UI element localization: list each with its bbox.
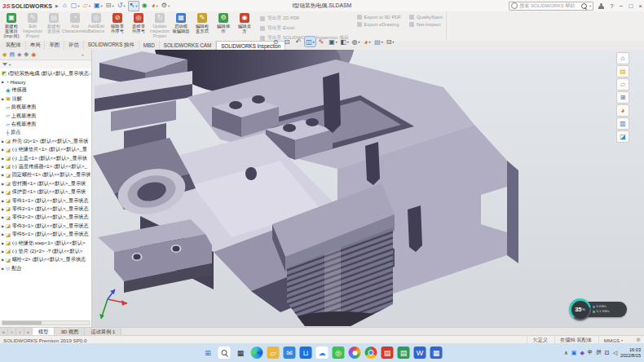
- model-flange-stack[interactable]: [95, 51, 192, 152]
- tree-item[interactable]: ▶ ◪ (-) 上盖<1> (默认<<默认>_显示状: [0, 154, 91, 162]
- task-pane-tab[interactable]: ▥: [616, 117, 629, 130]
- export-menu-item[interactable]: Export eDrawing: [357, 22, 401, 27]
- hud-tool-button[interactable]: ⊟ ▾: [385, 37, 395, 46]
- tree-item[interactable]: ▶ ◪ 保护套<1> (默认<<默认>_显示状: [0, 188, 91, 196]
- ribbon-tab[interactable]: MBD: [139, 41, 160, 50]
- taskbar-app-icon[interactable]: ▦: [235, 347, 247, 359]
- assembly-model-canvas[interactable]: [91, 50, 644, 327]
- task-pane-tab[interactable]: ▱: [616, 78, 629, 90]
- search-caret-icon[interactable]: ▾: [589, 4, 591, 8]
- taskbar-app-icon[interactable]: ☁: [316, 347, 329, 359]
- taskbar-app-icon[interactable]: [349, 347, 361, 359]
- ribbon-tab[interactable]: SOLIDWORKS CAM: [160, 41, 216, 50]
- ribbon-button[interactable]: ↻ Update Inspection Project: [149, 11, 170, 41]
- ribbon-tab[interactable]: 布局: [26, 41, 46, 50]
- restore-button[interactable]: □: [629, 2, 633, 10]
- quick-access-button[interactable]: ▢ ▾: [70, 2, 81, 11]
- hud-tool-button[interactable]: ▤ ▾: [373, 37, 384, 46]
- manager-tab-icon[interactable]: ◉: [31, 51, 36, 58]
- tree-item[interactable]: ▶ ◪ 固定螺栓<1> (默认<<默认>_显示状: [0, 171, 91, 179]
- quick-access-button[interactable]: ↺ ▾: [117, 2, 126, 11]
- status-globe-icon[interactable]: ⊕: [636, 337, 641, 343]
- tree-item[interactable]: ▶ ◪ (-) 垫片 (2)<2> -? (默认<<默认>: [0, 247, 91, 255]
- manager-tab-icon[interactable]: ◆: [2, 51, 7, 58]
- help-search-box[interactable]: 搜索 SOLIDWORKS 帮助 ▾: [509, 2, 593, 11]
- taskbar-app-icon[interactable]: ⊞: [202, 347, 214, 359]
- ribbon-button[interactable]: ◎ 选择零 件序号: [128, 11, 149, 41]
- ribbon-button[interactable]: ▣ 新建检 查项目 (imp:何): [1, 11, 22, 41]
- tree-item[interactable]: ▶ ◪ 零件1<1> (默认<<默认>_显示状态: [0, 196, 91, 205]
- hud-tool-button[interactable]: ◫ ▾: [305, 37, 315, 46]
- minimize-button[interactable]: −: [620, 2, 624, 10]
- hud-tool-button[interactable]: ✎: [316, 37, 327, 46]
- tree-item[interactable]: ▶ ◎ 配合: [0, 264, 91, 272]
- tree-item[interactable]: ┼ 原点: [0, 129, 91, 137]
- quick-access-button[interactable]: ↖ ▾: [128, 1, 139, 11]
- manager-tab-icon[interactable]: ⊕: [24, 51, 29, 58]
- security-tray-icon[interactable]: ◆: [580, 350, 584, 356]
- tree-item[interactable]: ▶ ◪ 零件3<1> (默认<<默认>_显示状态: [0, 222, 91, 230]
- scrollbar-thumb[interactable]: [2, 321, 42, 324]
- ribbon-button[interactable]: ◎ Add/Edit Balloons: [86, 11, 107, 41]
- tree-item[interactable]: ▶ ◪ (-) 绝缘垫片<1> (默认<<默认>_显: [0, 146, 91, 154]
- export-menu-item[interactable]: 导出至 Excel: [260, 24, 349, 32]
- ribbon-tab[interactable]: 评估: [64, 41, 84, 50]
- ribbon-button[interactable]: ▦ 启动模 板编辑器: [170, 11, 192, 41]
- taskbar-app-icon[interactable]: ▤: [398, 347, 410, 359]
- quality-menu-item[interactable]: QualityXpert: [409, 15, 443, 20]
- volume-tray-icon[interactable]: ◁: [613, 350, 617, 356]
- quick-access-button[interactable]: ▱ ▾: [82, 2, 91, 11]
- tree-item[interactable]: ▱ 前视基准面: [0, 104, 91, 112]
- manager-tab-icon[interactable]: ◈: [17, 51, 21, 58]
- taskbar-app-icon[interactable]: W: [414, 347, 426, 359]
- performance-overlay[interactable]: 6 KB/s 0.1 KB/s 35%: [569, 298, 618, 320]
- ribbon-button[interactable]: ✎ Edit Inspection Project: [22, 11, 43, 41]
- taskbar-app-icon[interactable]: [251, 347, 263, 359]
- taskbar-app-icon[interactable]: ▱: [267, 347, 280, 359]
- close-button[interactable]: ×: [638, 2, 642, 10]
- tree-horizontal-scrollbar[interactable]: [2, 320, 90, 325]
- model-lower-boss[interactable]: [98, 219, 212, 293]
- tree-item[interactable]: ▶ ◪ 外壳 (2)<1> (默认<<默认>_显示状: [0, 137, 91, 145]
- tray-chevron-icon[interactable]: ∧: [564, 350, 568, 356]
- taskbar-app-icon[interactable]: ⊔: [300, 347, 312, 359]
- tree-item[interactable]: ▶ ◪ (-) 温度传感器<1> (默认<<默认>_: [0, 162, 91, 170]
- task-pane-tab[interactable]: ◕: [616, 104, 629, 117]
- quick-access-button[interactable]: ⚙ ▾: [161, 2, 170, 11]
- ribbon-button[interactable]: ✎ 编辑检 查方式: [192, 11, 213, 41]
- ribbon-button[interactable]: ⚙ 编辑操 作: [213, 11, 234, 41]
- tree-item[interactable]: ▶ ◪ (-) 绝缘垫.step<1> (默认<<默认>: [0, 239, 91, 247]
- quick-access-button[interactable]: ▣ ▾: [93, 2, 104, 11]
- ribbon-tab[interactable]: 装配体: [2, 41, 26, 50]
- manager-tab-overflow-icon[interactable]: »: [82, 52, 84, 57]
- hud-tool-button[interactable]: ⊙: [271, 37, 281, 46]
- tree-item[interactable]: ▶ ◪ 密封圈<1> (默认<<默认>_显示状: [0, 179, 91, 188]
- ribbon-button[interactable]: ⊘ 移除零 件序号: [107, 11, 128, 41]
- quick-access-button[interactable]: ⌂: [62, 2, 68, 11]
- display-tray-icon[interactable]: ⊡: [605, 350, 610, 356]
- units-caret-icon[interactable]: ▾: [621, 338, 623, 342]
- manager-tab-icon[interactable]: ▤: [9, 51, 15, 58]
- tree-item[interactable]: ▱ 右视基准面: [0, 120, 91, 128]
- tree-item[interactable]: ▶ ◪ 零件2<2> (默认<<默认>_显示状态: [0, 214, 91, 222]
- ime-language-indicator[interactable]: 中: [588, 349, 593, 356]
- tree-item[interactable]: ▶ ◪ 螺栓<2> (默认<<默认>_显示状态: [0, 256, 91, 264]
- usage-gauge[interactable]: 35%: [569, 298, 591, 320]
- task-pane-tab[interactable]: ▤: [616, 65, 629, 77]
- clock[interactable]: 16:03 2022/8/15: [620, 347, 641, 358]
- taskbar-app-icon[interactable]: ✉: [284, 347, 296, 359]
- taskbar-app-icon[interactable]: [365, 347, 377, 359]
- help-button[interactable]: ?: [610, 2, 613, 10]
- export-menu-item[interactable]: 导出至 2D PDF: [260, 15, 349, 22]
- ime-mode-indicator[interactable]: 拼: [596, 349, 602, 356]
- task-pane-tab[interactable]: ◪: [616, 130, 629, 143]
- hud-tool-button[interactable]: ◍ ▾: [351, 37, 361, 46]
- taskbar-app-icon[interactable]: ▤: [382, 347, 394, 359]
- ribbon-button[interactable]: ◉ 编辑卖 方: [234, 11, 255, 41]
- quick-access-button[interactable]: ⊟ ▾: [105, 2, 115, 11]
- tree-item[interactable]: ◉ 传感器: [0, 86, 91, 95]
- tree-item[interactable]: ▶ ▣ 注解: [0, 95, 91, 103]
- task-pane-tab[interactable]: ⊞: [616, 91, 629, 104]
- hud-tool-button[interactable]: ◕ ▾: [362, 37, 373, 46]
- taskbar-app-icon[interactable]: ◎: [333, 347, 345, 359]
